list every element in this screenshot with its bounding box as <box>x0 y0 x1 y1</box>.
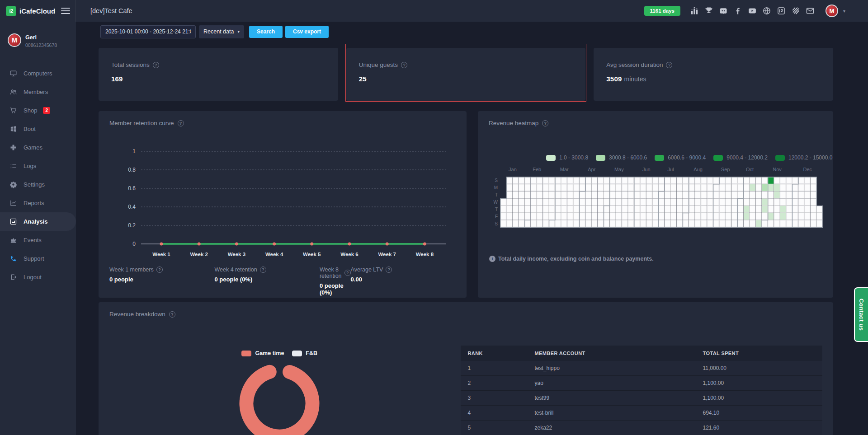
svg-text:0.6: 0.6 <box>128 185 136 192</box>
help-icon[interactable] <box>386 267 392 273</box>
legend-swatch <box>292 351 302 356</box>
legend-swatch <box>655 155 664 161</box>
help-icon[interactable] <box>156 267 163 273</box>
heatmap-title: Revenue heatmap <box>489 120 538 126</box>
column-header[interactable]: RANK <box>461 346 528 361</box>
cell-total-spent: 1,100.00 <box>696 391 823 406</box>
help-icon[interactable] <box>178 120 184 126</box>
sidebar-item-icon <box>9 255 17 263</box>
help-icon[interactable] <box>153 62 159 68</box>
legend-swatch <box>596 155 605 161</box>
retention-stat: Average LTV 0.00 <box>351 267 456 296</box>
sidebar-item[interactable]: Analysis <box>0 212 76 231</box>
user-avatar[interactable]: M <box>826 5 838 17</box>
svg-text:T: T <box>495 192 498 197</box>
legend-item[interactable]: F&B <box>292 350 317 356</box>
stat-card: Avg session duration 3509minutes <box>594 48 833 101</box>
sidebar-item[interactable]: Games <box>0 138 76 157</box>
stat-value: 3509minutes <box>606 75 821 83</box>
sidebar-item[interactable]: Events <box>0 231 76 249</box>
legend-item: 1.0 - 3000.8 <box>546 154 588 161</box>
cell-rank: 5 <box>461 421 528 435</box>
table-row[interactable]: 4 test-brill 694.10 <box>461 406 823 421</box>
sidebar-item[interactable]: Boot <box>0 120 76 138</box>
cell-total-spent: 694.10 <box>696 406 823 421</box>
retention-title: Member retention curve <box>109 120 174 126</box>
svg-text:Sep: Sep <box>721 167 730 172</box>
svg-text:0: 0 <box>132 241 136 247</box>
help-icon[interactable] <box>401 62 407 68</box>
sidebar-item[interactable]: Members <box>0 83 76 101</box>
sidebar-item[interactable]: Settings <box>0 175 76 194</box>
table-row[interactable]: 1 test_hippo 11,000.00 <box>461 361 823 376</box>
globe-icon[interactable] <box>762 6 772 16</box>
help-icon[interactable] <box>344 270 351 276</box>
column-header[interactable]: TOTAL SPENT <box>696 346 823 361</box>
search-button[interactable]: Search <box>249 26 283 38</box>
sidebar-item[interactable]: Logs <box>0 157 76 175</box>
discord-icon[interactable] <box>719 6 728 16</box>
sidebar-item[interactable]: Shop 2 <box>0 101 76 120</box>
facebook-icon[interactable] <box>733 6 743 16</box>
sidebar-item[interactable]: Support <box>0 249 76 268</box>
subscription-days-badge[interactable]: 1161 days <box>644 6 680 16</box>
notification-badge: 2 <box>43 107 50 114</box>
table-row[interactable]: 5 zeka22 121.60 <box>461 421 823 435</box>
table-row[interactable]: 3 test99 1,100.00 <box>461 391 823 406</box>
table-row[interactable]: 2 yao 1,100.00 <box>461 376 823 391</box>
leaderboard-icon[interactable] <box>690 6 699 16</box>
svg-text:S: S <box>495 178 498 183</box>
app-root: i2 iCafeCloud [dev]Test Cafe 1161 days M… <box>0 0 868 435</box>
svg-text:0.4: 0.4 <box>128 204 136 210</box>
stat-value: 25 <box>359 75 573 83</box>
help-icon[interactable] <box>260 267 266 273</box>
sidebar-item-icon <box>9 88 17 96</box>
icafecloud-icon[interactable] <box>777 6 786 16</box>
retention-stats: Week 1 members 0 people Week 4 retention… <box>99 267 467 303</box>
date-range-input[interactable] <box>100 25 196 38</box>
svg-text:Nov: Nov <box>773 167 782 172</box>
mail-icon[interactable] <box>806 6 815 16</box>
youtube-icon[interactable] <box>748 6 757 16</box>
legend-item[interactable]: Game time <box>241 350 284 356</box>
stat-label: Avg session duration <box>606 61 663 68</box>
stat-card: Unique guests 25 <box>346 48 586 101</box>
legend-swatch <box>713 155 723 161</box>
menu-toggle-icon[interactable] <box>61 8 70 14</box>
stat-label: Total sessions <box>111 61 150 68</box>
sidebar-item-label: Games <box>24 144 42 151</box>
help-icon[interactable] <box>666 62 672 68</box>
cell-rank: 4 <box>461 406 528 421</box>
svg-text:Jan: Jan <box>509 167 517 172</box>
trophy-icon[interactable] <box>704 6 714 16</box>
chevron-down-icon[interactable]: ▾ <box>843 9 845 14</box>
svg-text:F: F <box>495 214 498 219</box>
legend-range: 3000.8 - 6000.6 <box>609 154 647 161</box>
sidebar-item-icon <box>9 218 17 226</box>
csv-export-button[interactable]: Csv export <box>285 26 329 38</box>
column-header[interactable]: MEMBER ACCOUNT <box>528 346 696 361</box>
user-name: Geri <box>25 34 57 41</box>
revenue-card: Revenue breakdown Game time F&B <box>99 302 833 435</box>
contact-us-button[interactable]: Contact us <box>854 287 868 342</box>
sidebar-item-label: Analysis <box>24 218 47 225</box>
data-preset-select[interactable]: Recent data ▾ <box>199 25 244 38</box>
sidebar-item[interactable]: Reports <box>0 194 76 212</box>
retention-card: Member retention curve 10.80.60.40.20Wee… <box>99 111 467 298</box>
help-icon[interactable] <box>542 120 548 126</box>
svg-text:Jun: Jun <box>642 167 651 172</box>
sidebar-item-icon <box>9 273 17 281</box>
cell-member-account: yao <box>528 376 696 391</box>
legend-swatch <box>546 155 556 161</box>
legend-label: Game time <box>255 350 284 356</box>
heatmap-chart: JanFebMarAprMayJunJulAugSepOctNovDecSMTW… <box>489 165 833 231</box>
help-icon[interactable] <box>169 311 175 318</box>
sidebar-avatar[interactable]: M <box>8 33 21 47</box>
sidebar-item[interactable]: Computers <box>0 64 76 83</box>
legend-range: 9000.4 - 12000.2 <box>726 154 768 161</box>
cell-total-spent: 121.60 <box>696 421 823 435</box>
sidebar-item-label: Logout <box>24 274 42 281</box>
layers-icon[interactable] <box>791 6 801 16</box>
sidebar-item[interactable]: Logout <box>0 268 76 286</box>
sidebar-item-icon <box>9 144 17 152</box>
